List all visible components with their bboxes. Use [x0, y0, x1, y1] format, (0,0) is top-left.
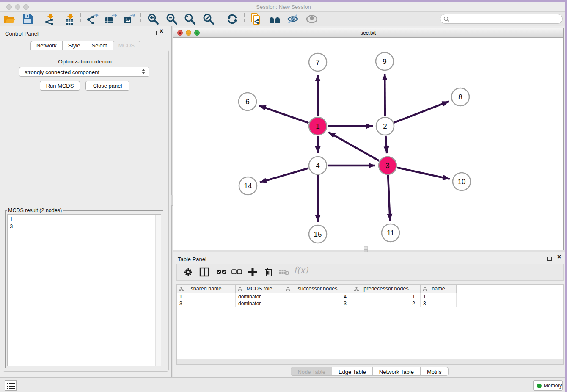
search-input[interactable]	[451, 15, 559, 22]
graph-node-3[interactable]: 3	[379, 157, 396, 174]
zoom-fit-button[interactable]	[184, 13, 196, 25]
tab-motifs[interactable]: Motifs	[420, 367, 449, 376]
graph-node-11[interactable]: 11	[382, 224, 399, 242]
mcds-result-box[interactable]: 1 3	[7, 214, 161, 366]
cell-MCDS-role[interactable]: dominator	[236, 300, 284, 307]
function-builder-button[interactable]: f(x)	[294, 265, 313, 278]
graph-edge-4-14[interactable]	[260, 168, 308, 182]
cell-name[interactable]: 3	[421, 300, 457, 307]
window-title: Session: New Session	[0, 4, 567, 10]
checked-boxes-icon	[216, 266, 228, 277]
table-row[interactable]: 3dominator323	[177, 300, 457, 307]
memory-label: Memory	[544, 383, 562, 389]
graph-edge-3-10[interactable]	[397, 168, 449, 179]
graph-edge-2-9[interactable]	[385, 74, 385, 116]
export-table-button[interactable]	[104, 13, 117, 25]
tab-select[interactable]: Select	[86, 41, 113, 50]
network-graph: 7968124314101511	[173, 38, 563, 250]
table-settings-button[interactable]	[183, 266, 195, 279]
tab-network-table[interactable]: Network Table	[372, 367, 421, 376]
graph-node-9[interactable]: 9	[376, 52, 394, 70]
cell-shared-name[interactable]: 1	[177, 293, 236, 300]
tab-mcds[interactable]: MCDS	[113, 41, 140, 50]
graph-node-14[interactable]: 14	[239, 177, 257, 195]
graph-node-8[interactable]: 8	[451, 88, 469, 106]
cell-MCDS-role[interactable]: dominator	[236, 293, 284, 300]
show-all-networks-button[interactable]	[268, 13, 281, 25]
cell-successor-nodes[interactable]: 4	[284, 293, 352, 300]
column-header-label: MCDS role	[246, 286, 272, 292]
clone-network-button[interactable]	[250, 13, 262, 25]
export-image-button[interactable]	[123, 13, 135, 25]
graph-edge-3-1[interactable]	[328, 132, 379, 160]
toolbar-separator	[80, 13, 81, 25]
open-session-button[interactable]	[3, 13, 16, 25]
export-network-icon	[86, 13, 99, 25]
column-header-predecessor-nodes[interactable]: predecessor nodes	[352, 285, 421, 293]
canvas-scroll-thumb[interactable]	[364, 246, 368, 249]
import-network-button[interactable]	[44, 13, 56, 25]
optimization-criterion-dropdown[interactable]: strongly connected component	[19, 67, 149, 77]
close-panel-icon[interactable]: ×	[160, 28, 163, 35]
column-header-shared-name[interactable]: shared name	[177, 285, 236, 293]
graph-edge-2-3[interactable]	[385, 136, 387, 153]
refresh-button[interactable]	[226, 13, 239, 25]
houses-icon	[268, 13, 281, 25]
graph-node-10[interactable]: 10	[453, 173, 471, 190]
toggle-column-panel-button[interactable]	[199, 266, 212, 279]
hide-selected-button[interactable]	[286, 13, 299, 25]
panel-menu-button[interactable]	[5, 380, 17, 391]
deselect-all-button[interactable]	[231, 266, 244, 279]
show-hidden-button[interactable]	[306, 13, 318, 25]
graph-node-4[interactable]: 4	[309, 157, 327, 174]
graph-node-6[interactable]: 6	[239, 93, 256, 110]
tab-style[interactable]: Style	[62, 41, 86, 50]
cell-successor-nodes[interactable]: 3	[284, 300, 352, 307]
column-hierarchy-icon	[354, 287, 359, 291]
toolbar-separator	[140, 13, 141, 25]
column-header-MCDS-role[interactable]: MCDS role	[236, 285, 284, 293]
close-panel-button[interactable]: Close panel	[85, 81, 129, 91]
network-window-titlebar[interactable]: × − + scc.txt	[173, 28, 563, 38]
import-table-button[interactable]	[63, 13, 76, 25]
zoom-out-button[interactable]	[165, 13, 178, 25]
desktop-edge-right	[565, 0, 567, 392]
table-row[interactable]: 1dominator411	[177, 293, 457, 300]
graph-node-15[interactable]: 15	[309, 225, 327, 243]
save-session-button[interactable]	[21, 13, 34, 25]
delete-button[interactable]	[263, 266, 276, 279]
graph-edge-3-11[interactable]	[388, 175, 390, 221]
cell-predecessor-nodes[interactable]: 2	[352, 300, 421, 307]
float-panel-icon[interactable]	[547, 257, 552, 261]
status-bar: Memory	[0, 377, 567, 392]
float-panel-icon[interactable]	[152, 31, 157, 35]
tab-network[interactable]: Network	[30, 41, 63, 50]
result-scrollbar[interactable]	[155, 215, 161, 366]
zoom-selected-button[interactable]	[202, 13, 215, 25]
select-all-button[interactable]	[216, 266, 228, 279]
column-header-successor-nodes[interactable]: successor nodes	[284, 285, 352, 293]
column-header-label: name	[432, 286, 445, 292]
cell-predecessor-nodes[interactable]: 1	[352, 293, 421, 300]
table-scrollbar[interactable]	[177, 359, 563, 364]
graph-edge-1-6[interactable]	[259, 106, 308, 123]
zoom-in-button[interactable]	[147, 13, 160, 25]
graph-node-label: 4	[316, 162, 319, 170]
export-network-button[interactable]	[86, 13, 99, 25]
graph-node-1[interactable]: 1	[309, 117, 327, 135]
graph-node-7[interactable]: 7	[309, 53, 327, 71]
cell-shared-name[interactable]: 3	[177, 300, 236, 307]
cell-name[interactable]: 1	[421, 293, 457, 300]
close-panel-icon[interactable]: ×	[557, 254, 561, 260]
table-panel-title: Table Panel	[178, 256, 206, 262]
tab-edge-table[interactable]: Edge Table	[332, 367, 373, 376]
memory-button[interactable]: Memory	[533, 380, 563, 391]
graph-node-2[interactable]: 2	[376, 117, 394, 135]
network-canvas[interactable]: 7968124314101511	[173, 38, 563, 250]
tab-node-table[interactable]: Node Table	[291, 367, 332, 376]
add-button[interactable]	[247, 266, 260, 279]
delete-table-button[interactable]	[278, 266, 291, 279]
column-header-name[interactable]: name	[421, 285, 457, 293]
run-mcds-button[interactable]: Run MCDS	[40, 81, 80, 91]
graph-edge-2-8[interactable]	[394, 101, 449, 122]
